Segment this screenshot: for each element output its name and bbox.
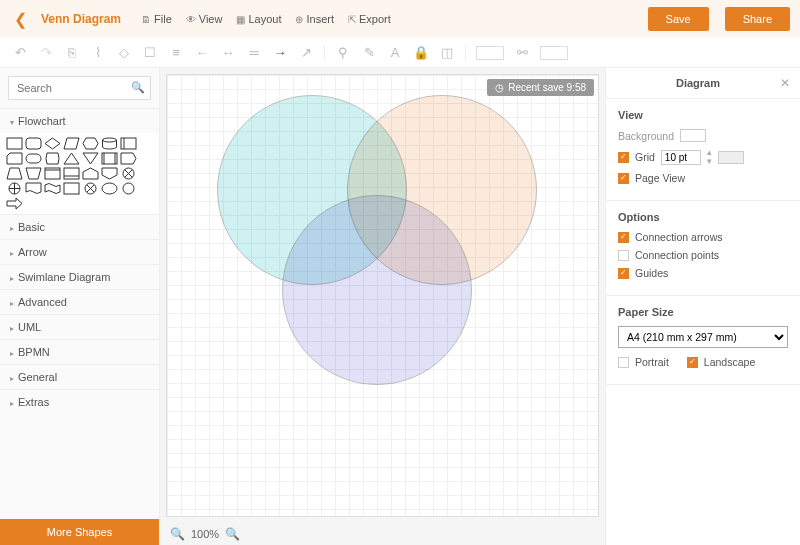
search-input[interactable] xyxy=(8,76,151,100)
link-icon[interactable]: ⌇ xyxy=(90,45,106,60)
header-bar: ❮ Venn Diagram 🗎File 👁View ▦Layout ⊕Inse… xyxy=(0,0,800,38)
shape-subroutine[interactable] xyxy=(101,152,118,165)
category-flowchart[interactable]: Flowchart xyxy=(0,108,159,133)
svg-marker-22 xyxy=(83,168,98,179)
shape-roundrect[interactable] xyxy=(25,137,42,150)
menu-view-label: View xyxy=(199,13,223,25)
shape-doc[interactable] xyxy=(25,182,42,195)
canvas[interactable]: ◷ Recent save 9:58 xyxy=(166,74,599,517)
shape-arrow[interactable] xyxy=(6,197,23,210)
close-icon[interactable]: ✕ xyxy=(780,76,790,90)
category-advanced[interactable]: Advanced xyxy=(0,289,159,314)
arrow-right-icon[interactable]: → xyxy=(272,45,288,60)
shape-trapezoid[interactable] xyxy=(6,167,23,180)
shape-rect2[interactable] xyxy=(63,182,80,195)
save-button[interactable]: Save xyxy=(648,7,709,31)
more-shapes-button[interactable]: More Shapes xyxy=(0,519,159,545)
category-extras[interactable]: Extras xyxy=(0,389,159,414)
insert-icon: ⊕ xyxy=(295,14,303,25)
shape-note2[interactable] xyxy=(63,167,80,180)
category-bpmn[interactable]: BPMN xyxy=(0,339,159,364)
arrow-both-icon[interactable]: ↔ xyxy=(220,45,236,60)
menu-export[interactable]: ⇱Export xyxy=(348,13,391,25)
venn-circle-lavender[interactable] xyxy=(282,195,472,385)
group-icon[interactable]: ☐ xyxy=(142,45,158,60)
width-field[interactable] xyxy=(476,46,504,60)
menu-insert-label: Insert xyxy=(306,13,334,25)
chain-icon[interactable]: ⚯ xyxy=(514,45,530,60)
category-basic[interactable]: Basic xyxy=(0,214,159,239)
grid-color-swatch[interactable] xyxy=(718,151,744,164)
shape-cross-circle[interactable] xyxy=(82,182,99,195)
shape-cylinder[interactable] xyxy=(101,137,118,150)
shape-icon[interactable]: ◇ xyxy=(116,45,132,60)
shape-triangle-up[interactable] xyxy=(63,152,80,165)
category-general[interactable]: General xyxy=(0,364,159,389)
shape-ellipse[interactable] xyxy=(101,182,118,195)
shape-note[interactable] xyxy=(44,167,61,180)
shape-hexagon[interactable] xyxy=(82,137,99,150)
category-swimlane[interactable]: Swimlane Diagram xyxy=(0,264,159,289)
svg-marker-16 xyxy=(7,168,22,179)
landscape-checkbox[interactable] xyxy=(687,357,698,368)
format-paint-icon[interactable]: ⚲ xyxy=(335,45,351,60)
menu-file[interactable]: 🗎File xyxy=(141,13,172,25)
category-uml[interactable]: UML xyxy=(0,314,159,339)
shape-rect[interactable] xyxy=(6,137,23,150)
layer-icon[interactable]: ◫ xyxy=(439,45,455,60)
svg-rect-6 xyxy=(121,138,136,149)
grid-size-input[interactable] xyxy=(661,150,701,165)
menu-view[interactable]: 👁View xyxy=(186,13,223,25)
menu-insert[interactable]: ⊕Insert xyxy=(295,13,334,25)
shape-display[interactable] xyxy=(44,152,61,165)
category-arrow[interactable]: Arrow xyxy=(0,239,159,264)
shape-process[interactable] xyxy=(120,137,137,150)
background-swatch[interactable] xyxy=(680,129,706,142)
pageview-checkbox[interactable] xyxy=(618,173,629,184)
properties-panel: Diagram ✕ View Background Grid ▴▾ xyxy=(605,68,800,545)
line-style-icon[interactable]: ═ xyxy=(246,45,262,60)
redo-icon[interactable]: ↷ xyxy=(38,45,54,60)
venn-diagram[interactable] xyxy=(207,85,547,415)
guides-checkbox[interactable] xyxy=(618,268,629,279)
shape-stadium[interactable] xyxy=(25,152,42,165)
portrait-checkbox[interactable] xyxy=(618,357,629,368)
dropper-icon[interactable]: ✎ xyxy=(361,45,377,60)
shape-summingjunction[interactable] xyxy=(120,167,137,180)
search-box: 🔍 xyxy=(8,76,151,100)
undo-icon[interactable]: ↶ xyxy=(12,45,28,60)
height-field[interactable] xyxy=(540,46,568,60)
back-button[interactable]: ❮ xyxy=(10,10,31,29)
options-heading: Options xyxy=(618,211,788,223)
shape-circle[interactable] xyxy=(120,182,137,195)
shape-trapezoid2[interactable] xyxy=(25,167,42,180)
text-icon[interactable]: A xyxy=(387,45,403,60)
share-button[interactable]: Share xyxy=(725,7,790,31)
shape-tape[interactable] xyxy=(44,182,61,195)
lock-icon[interactable]: 🔒 xyxy=(413,45,429,60)
shape-triangle-down[interactable] xyxy=(82,152,99,165)
paper-size-select[interactable]: A4 (210 mm x 297 mm) xyxy=(618,326,788,348)
connector-icon[interactable]: ↗ xyxy=(298,45,314,60)
shape-parallelogram[interactable] xyxy=(63,137,80,150)
zoom-out-icon[interactable]: 🔍 xyxy=(170,527,185,541)
shape-diamond[interactable] xyxy=(44,137,61,150)
shape-or[interactable] xyxy=(6,182,23,195)
shape-tag[interactable] xyxy=(120,152,137,165)
align-icon[interactable]: ≡ xyxy=(168,45,184,60)
svg-rect-0 xyxy=(7,138,22,149)
conn-points-checkbox[interactable] xyxy=(618,250,629,261)
zoom-in-icon[interactable]: 🔍 xyxy=(225,527,240,541)
svg-rect-20 xyxy=(64,168,79,179)
conn-points-label: Connection points xyxy=(635,249,719,261)
shape-home[interactable] xyxy=(82,167,99,180)
shape-shield[interactable] xyxy=(101,167,118,180)
copy-icon[interactable]: ⎘ xyxy=(64,45,80,60)
arrow-left-icon[interactable]: ← xyxy=(194,45,210,60)
svg-marker-23 xyxy=(102,168,117,179)
menu-layout[interactable]: ▦Layout xyxy=(236,13,281,25)
shape-card[interactable] xyxy=(6,152,23,165)
grid-checkbox[interactable] xyxy=(618,152,629,163)
stepper-icon[interactable]: ▴▾ xyxy=(707,148,712,166)
conn-arrows-checkbox[interactable] xyxy=(618,232,629,243)
